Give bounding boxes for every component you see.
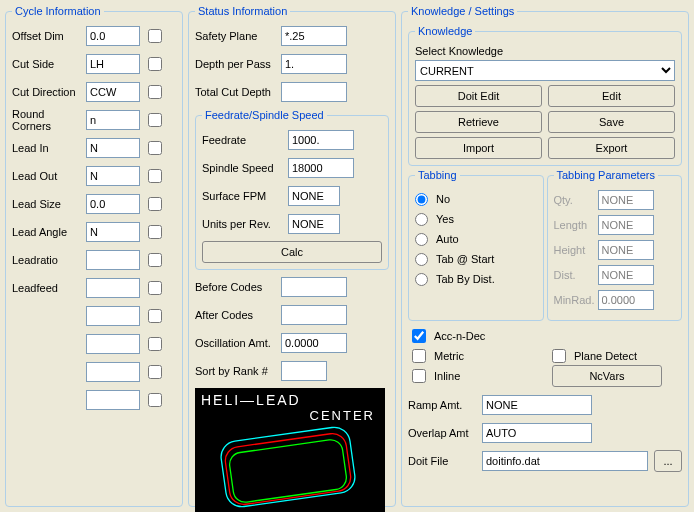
cycle-check-13[interactable] <box>148 393 162 407</box>
tabbing-opt-label-4: Tab By Dist. <box>436 273 495 285</box>
tab-param-input-4 <box>598 290 654 310</box>
tabbing-opt-label-0: No <box>436 193 450 205</box>
cycle-check-2[interactable] <box>148 85 162 99</box>
cycle-input-1[interactable] <box>86 54 140 74</box>
tab-param-label-0: Qty. <box>554 194 598 206</box>
status-information-group: Status Information Safety Plane Depth pe… <box>188 5 396 507</box>
cycle-input-3[interactable] <box>86 110 140 130</box>
tabbing-radio-2[interactable] <box>415 233 428 246</box>
tabbing-radio-3[interactable] <box>415 253 428 266</box>
tabbing-radio-1[interactable] <box>415 213 428 226</box>
sort-by-rank-label: Sort by Rank # <box>195 365 281 377</box>
tab-param-input-1 <box>598 215 654 235</box>
cycle-input-7[interactable] <box>86 222 140 242</box>
spindle-input[interactable] <box>288 158 354 178</box>
cycle-check-6[interactable] <box>148 197 162 211</box>
status-title: Status Information <box>195 5 290 17</box>
cycle-label-3: Round Corners <box>12 108 86 132</box>
tabbing-opt-label-3: Tab @ Start <box>436 253 494 265</box>
import-button[interactable]: Import <box>415 137 542 159</box>
units-per-rev-label: Units per Rev. <box>202 218 288 230</box>
before-codes-input[interactable] <box>281 277 347 297</box>
metric-checkbox[interactable] <box>412 349 426 363</box>
cycle-label-8: Leadratio <box>12 254 86 266</box>
tabbing-title: Tabbing <box>415 169 460 181</box>
acc-n-dec-label: Acc-n-Dec <box>434 330 485 342</box>
edit-button[interactable]: Edit <box>548 85 675 107</box>
overlap-amt-input[interactable] <box>482 423 592 443</box>
cycle-check-5[interactable] <box>148 169 162 183</box>
inline-checkbox[interactable] <box>412 369 426 383</box>
safety-plane-label: Safety Plane <box>195 30 281 42</box>
cycle-check-8[interactable] <box>148 253 162 267</box>
export-button[interactable]: Export <box>548 137 675 159</box>
tabbing-radio-0[interactable] <box>415 193 428 206</box>
spindle-label: Spindle Speed <box>202 162 288 174</box>
acc-n-dec-checkbox[interactable] <box>412 329 426 343</box>
metric-label: Metric <box>434 350 464 362</box>
cycle-input-6[interactable] <box>86 194 140 214</box>
plane-detect-checkbox[interactable] <box>552 349 566 363</box>
cycle-check-0[interactable] <box>148 29 162 43</box>
safety-plane-input[interactable] <box>281 26 347 46</box>
depth-per-pass-input[interactable] <box>281 54 347 74</box>
save-button[interactable]: Save <box>548 111 675 133</box>
cycle-input-9[interactable] <box>86 278 140 298</box>
cycle-title: Cycle Information <box>12 5 104 17</box>
tab-param-input-2 <box>598 240 654 260</box>
select-knowledge-dropdown[interactable]: CURRENT <box>415 60 675 81</box>
cycle-check-9[interactable] <box>148 281 162 295</box>
cycle-label-7: Lead Angle <box>12 226 86 238</box>
tabbing-radio-4[interactable] <box>415 273 428 286</box>
tab-param-label-4: MinRad. <box>554 294 598 306</box>
surface-fpm-input[interactable] <box>288 186 340 206</box>
doit-file-label: Doit File <box>408 455 476 467</box>
knowledge-settings-title: Knowledge / Settings <box>408 5 517 17</box>
total-cut-depth-label: Total Cut Depth <box>195 86 281 98</box>
cycle-input-4[interactable] <box>86 138 140 158</box>
cycle-check-12[interactable] <box>148 365 162 379</box>
browse-button[interactable]: ... <box>654 450 682 472</box>
options-checks: Acc-n-Dec Metric Plane Detect Inline NcV… <box>408 324 682 388</box>
preview-graphic <box>195 388 385 512</box>
tab-param-label-2: Height <box>554 244 598 256</box>
cycle-check-11[interactable] <box>148 337 162 351</box>
feedrate-input[interactable] <box>288 130 354 150</box>
cycle-check-3[interactable] <box>148 113 162 127</box>
units-per-rev-input[interactable] <box>288 214 340 234</box>
oscillation-label: Oscillation Amt. <box>195 337 281 349</box>
cycle-input-2[interactable] <box>86 82 140 102</box>
cycle-label-4: Lead In <box>12 142 86 154</box>
cycle-input-0[interactable] <box>86 26 140 46</box>
feedrate-spindle-group: Feedrate/Spindle Speed Feedrate Spindle … <box>195 109 389 270</box>
cycle-check-1[interactable] <box>148 57 162 71</box>
after-codes-input[interactable] <box>281 305 347 325</box>
cycle-label-2: Cut Direction <box>12 86 86 98</box>
cycle-check-7[interactable] <box>148 225 162 239</box>
ramp-amt-input[interactable] <box>482 395 592 415</box>
cycle-input-5[interactable] <box>86 166 140 186</box>
doit-file-input[interactable] <box>482 451 648 471</box>
total-cut-depth-input[interactable] <box>281 82 347 102</box>
preview-panel: HELI—LEAD CENTER <box>195 388 385 512</box>
retrieve-button[interactable]: Retrieve <box>415 111 542 133</box>
knowledge-settings-group: Knowledge / Settings Knowledge Select Kn… <box>401 5 689 507</box>
feedrate-label: Feedrate <box>202 134 288 146</box>
doit-edit-button[interactable]: Doit Edit <box>415 85 542 107</box>
ncvars-button[interactable]: NcVars <box>552 365 662 387</box>
cycle-check-4[interactable] <box>148 141 162 155</box>
overlap-amt-label: Overlap Amt <box>408 427 476 439</box>
cycle-check-10[interactable] <box>148 309 162 323</box>
calc-button[interactable]: Calc <box>202 241 382 263</box>
oscillation-input[interactable] <box>281 333 347 353</box>
cycle-input-11[interactable] <box>86 334 140 354</box>
cycle-input-10[interactable] <box>86 306 140 326</box>
select-knowledge-label: Select Knowledge <box>415 45 675 57</box>
cycle-input-12[interactable] <box>86 362 140 382</box>
cycle-label-0: Offset Dim <box>12 30 86 42</box>
knowledge-group: Knowledge Select Knowledge CURRENT Doit … <box>408 25 682 166</box>
cycle-input-8[interactable] <box>86 250 140 270</box>
sort-by-rank-input[interactable] <box>281 361 327 381</box>
cycle-input-13[interactable] <box>86 390 140 410</box>
surface-fpm-label: Surface FPM <box>202 190 288 202</box>
